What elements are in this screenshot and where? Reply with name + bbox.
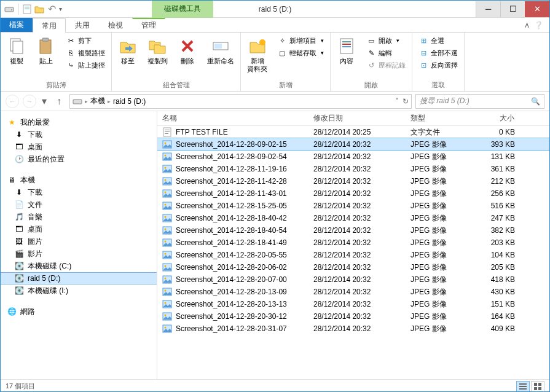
file-type: JPEG 影像: [406, 139, 477, 150]
file-row[interactable]: Screenshot_2014-12-28-11-42-2828/12/2014…: [157, 175, 549, 187]
breadcrumb-current[interactable]: raid 5 (D:): [113, 97, 146, 106]
thumbnails-view-button[interactable]: [531, 381, 544, 392]
nav-favorites[interactable]: ★我的最愛: [1, 116, 157, 128]
file-list-body[interactable]: FTP TEST FILE28/12/2014 20:25文字文件0 KBScr…: [157, 126, 549, 379]
history-dropdown-icon[interactable]: ▾: [40, 95, 49, 107]
folder-qat-icon[interactable]: [34, 4, 44, 14]
column-type[interactable]: 類型: [406, 113, 477, 123]
details-view-button[interactable]: [516, 381, 530, 392]
svg-point-38: [165, 229, 167, 230]
nav-fav-item[interactable]: 🕑最近的位置: [1, 153, 157, 165]
up-button[interactable]: ↑: [52, 95, 66, 108]
nav-computer-item[interactable]: 🗔桌面: [1, 223, 157, 235]
file-row[interactable]: Screenshot_2014-12-28-15-25-0528/12/2014…: [157, 200, 549, 212]
copy-button[interactable]: 複製: [4, 35, 29, 66]
chevron-right-icon[interactable]: ▸: [85, 98, 88, 104]
address-bar[interactable]: ▸ 本機 ▸ raid 5 (D:) ˅ ↻: [69, 94, 412, 109]
nav-computer-item[interactable]: ⬇下載: [1, 186, 157, 198]
copy-path-button[interactable]: ⎘複製路徑: [63, 47, 108, 58]
properties-icon[interactable]: [22, 4, 32, 14]
search-icon[interactable]: 🔍: [531, 97, 540, 106]
new-item-button[interactable]: ✧新增項目▾: [275, 35, 326, 46]
edit-icon: ✎: [366, 48, 376, 58]
address-dropdown-icon[interactable]: ˅: [395, 97, 399, 106]
file-list-view: 名稱 修改日期 類型 大小 FTP TEST FILE28/12/2014 20…: [157, 111, 549, 379]
column-name[interactable]: 名稱: [157, 113, 308, 123]
svg-point-52: [165, 315, 167, 316]
back-button[interactable]: ←: [6, 95, 19, 108]
nav-computer-item[interactable]: 💽本機磁碟 (I:): [1, 284, 157, 297]
file-row[interactable]: FTP TEST FILE28/12/2014 20:25文字文件0 KB: [157, 126, 549, 138]
nav-network[interactable]: 🌐網路: [1, 305, 157, 318]
move-to-button[interactable]: 移至: [116, 35, 140, 66]
nav-computer-item[interactable]: 🎬影片: [1, 248, 157, 260]
paste-button[interactable]: 貼上: [34, 35, 58, 66]
tab-manage[interactable]: 管理: [132, 18, 165, 32]
close-button[interactable]: ✕: [525, 1, 549, 17]
nav-fav-item[interactable]: ⬇下載: [1, 128, 157, 141]
file-row[interactable]: Screenshot_2014-12-28-20-07-0028/12/2014…: [157, 273, 549, 286]
cut-button[interactable]: ✂剪下: [63, 35, 108, 46]
chevron-right-icon[interactable]: ▸: [108, 98, 111, 104]
tab-file[interactable]: 檔案: [1, 18, 33, 32]
file-row[interactable]: Screenshot_2014-12-28-11-43-0128/12/2014…: [157, 187, 549, 200]
image-file-icon: [162, 262, 172, 272]
fav-item-icon: ⬇: [14, 130, 24, 139]
ribbon-open-label: 開啟: [334, 79, 408, 90]
select-none-button[interactable]: ⊟全部不選: [416, 47, 460, 58]
file-row[interactable]: Screenshot_2014-12-28-20-31-0728/12/2014…: [157, 323, 549, 335]
file-name: Screenshot_2014-12-28-20-07-00: [176, 275, 287, 284]
file-row[interactable]: Screenshot_2014-12-28-18-40-5428/12/2014…: [157, 224, 549, 237]
file-size: 382 KB: [477, 226, 520, 235]
column-date[interactable]: 修改日期: [308, 113, 406, 123]
search-input[interactable]: 搜尋 raid 5 (D:) 🔍: [415, 94, 544, 109]
paste-shortcut-button[interactable]: ⤷貼上捷徑: [63, 60, 108, 71]
forward-button[interactable]: →: [23, 95, 36, 108]
file-row[interactable]: Screenshot_2014-12-28-18-41-4928/12/2014…: [157, 237, 549, 249]
tab-home[interactable]: 常用: [33, 18, 66, 33]
file-row[interactable]: Screenshot_2014-12-28-20-13-0928/12/2014…: [157, 286, 549, 298]
file-date: 28/12/2014 20:32: [308, 152, 406, 161]
help-icon[interactable]: ❔: [534, 21, 543, 29]
maximize-button[interactable]: ☐: [500, 1, 525, 17]
delete-button[interactable]: 刪除: [175, 35, 200, 66]
drive-folder-icon: 💽: [14, 286, 24, 296]
file-row[interactable]: Screenshot_2014-12-28-09-02-5428/12/2014…: [157, 151, 549, 163]
file-type: JPEG 影像: [406, 201, 477, 211]
column-size[interactable]: 大小: [477, 113, 520, 123]
minimize-button[interactable]: ─: [476, 1, 500, 17]
tab-view[interactable]: 檢視: [99, 18, 132, 32]
file-row[interactable]: Screenshot_2014-12-28-18-40-4228/12/2014…: [157, 212, 549, 224]
file-row[interactable]: Screenshot_2014-12-28-09-02-1528/12/2014…: [157, 138, 549, 151]
edit-button[interactable]: ✎編輯: [364, 47, 408, 58]
copy-to-button[interactable]: 複製到: [145, 35, 170, 66]
breadcrumb-root[interactable]: 本機: [90, 96, 105, 106]
nav-fav-item[interactable]: 🗔桌面: [1, 141, 157, 153]
easy-access-button[interactable]: ▢輕鬆存取▾: [275, 47, 326, 58]
nav-computer-item[interactable]: 💽raid 5 (D:): [1, 272, 157, 284]
refresh-icon[interactable]: ↻: [403, 97, 409, 106]
qat-dropdown-icon[interactable]: ▾: [59, 6, 62, 12]
ribbon-collapse-icon[interactable]: ʌ: [525, 21, 529, 29]
tab-share[interactable]: 共用: [66, 18, 99, 32]
nav-computer[interactable]: 🖥本機: [1, 174, 157, 186]
open-button[interactable]: ▭開啟▾: [364, 35, 408, 46]
nav-computer-item[interactable]: 🎵音樂: [1, 211, 157, 223]
contextual-tab-header: 磁碟機工具: [152, 1, 213, 18]
nav-computer-item[interactable]: 💽本機磁碟 (C:): [1, 260, 157, 272]
file-row[interactable]: Screenshot_2014-12-28-20-06-0228/12/2014…: [157, 261, 549, 273]
file-row[interactable]: Screenshot_2014-12-28-20-13-1328/12/2014…: [157, 298, 549, 310]
svg-point-26: [165, 155, 167, 157]
properties-button[interactable]: 內容: [334, 35, 359, 66]
fav-item-icon: 🗔: [14, 142, 24, 152]
new-folder-button[interactable]: 新增 資料夾: [245, 35, 270, 74]
file-row[interactable]: Screenshot_2014-12-28-20-30-1228/12/2014…: [157, 310, 549, 323]
file-row[interactable]: Screenshot_2014-12-28-20-05-5528/12/2014…: [157, 249, 549, 261]
nav-computer-item[interactable]: 📄文件: [1, 198, 157, 211]
select-all-button[interactable]: ⊞全選: [416, 35, 460, 46]
nav-computer-item[interactable]: 🖼圖片: [1, 235, 157, 248]
rename-button[interactable]: 重新命名: [205, 35, 237, 66]
image-file-icon: [162, 152, 172, 162]
invert-selection-button[interactable]: ⊡反向選擇: [416, 60, 460, 71]
file-row[interactable]: Screenshot_2014-12-28-11-19-1628/12/2014…: [157, 163, 549, 175]
